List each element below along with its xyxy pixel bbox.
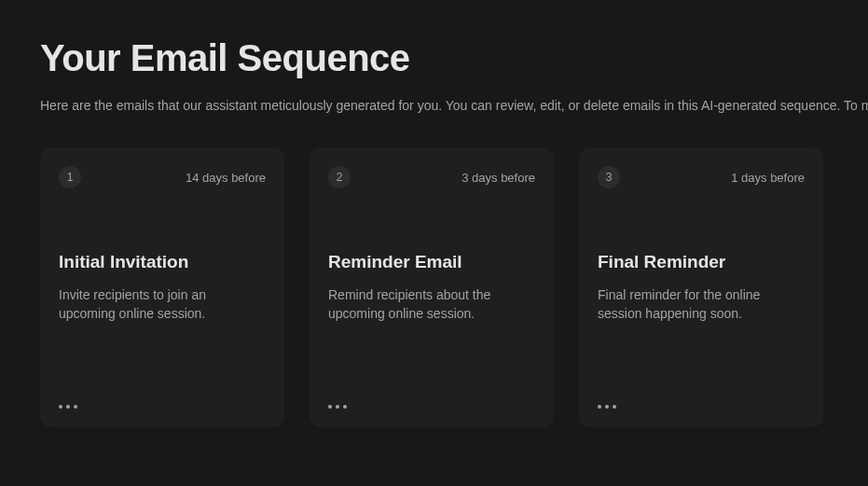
email-card-1[interactable]: 1 14 days before Initial Invitation Invi… (40, 147, 284, 427)
card-description: Invite recipients to join an upcoming on… (59, 285, 266, 324)
card-number-badge: 2 (328, 166, 351, 188)
card-title: Reminder Email (328, 252, 535, 272)
card-title: Initial Invitation (59, 252, 266, 272)
email-card-2[interactable]: 2 3 days before Reminder Email Remind re… (310, 147, 554, 427)
card-header: 3 1 days before (598, 166, 805, 188)
page-description: Here are the emails that our assistant m… (40, 96, 868, 116)
card-header: 2 3 days before (328, 166, 535, 188)
card-timing-label: 3 days before (462, 171, 535, 185)
more-options-icon[interactable] (598, 401, 616, 412)
card-number-badge: 1 (59, 166, 81, 188)
card-description: Remind recipients about the upcoming onl… (328, 285, 535, 324)
card-number-badge: 3 (598, 166, 620, 188)
card-timing-label: 14 days before (186, 171, 266, 185)
page-title: Your Email Sequence (40, 37, 868, 79)
email-cards-row: 1 14 days before Initial Invitation Invi… (40, 147, 868, 427)
card-description: Final reminder for the online session ha… (598, 285, 805, 324)
more-options-icon[interactable] (328, 401, 347, 412)
email-card-3[interactable]: 3 1 days before Final Reminder Final rem… (579, 147, 823, 427)
card-title: Final Reminder (598, 252, 805, 272)
more-options-icon[interactable] (59, 401, 77, 412)
card-header: 1 14 days before (59, 166, 266, 188)
card-timing-label: 1 days before (731, 171, 805, 185)
